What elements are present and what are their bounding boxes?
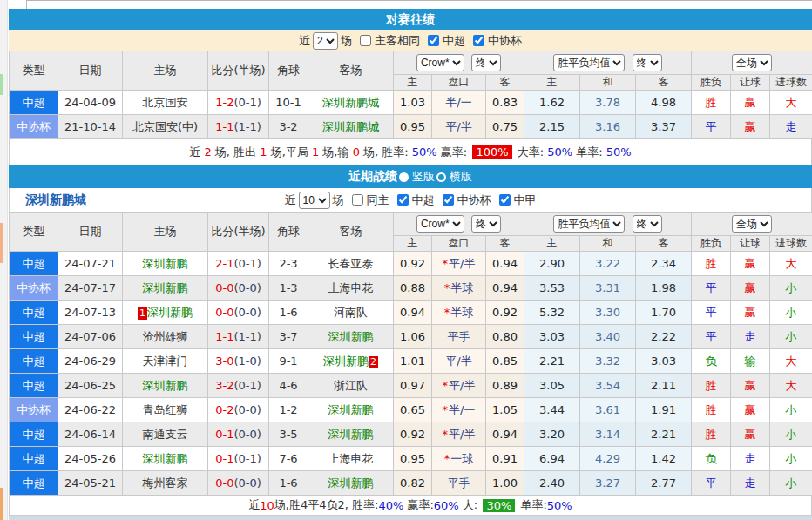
league-super-checkbox[interactable] — [397, 194, 409, 206]
summary-segment: 场,平局 — [267, 145, 312, 160]
team-name-link[interactable]: 深圳新鹏 — [328, 428, 374, 441]
odds-home-cell: 0.95 — [394, 447, 432, 471]
date-cell: 24-07-06 — [58, 325, 123, 349]
match-row: 中协杯24-06-22青岛红狮0-2(0-0)1-2深圳新鹏0.65*半/一1.… — [10, 398, 812, 422]
handicap-result-cell: 赢 — [731, 374, 770, 398]
team-name-link[interactable]: 深圳新鹏 — [328, 476, 374, 490]
score-cell: 2-1(0-1) — [208, 252, 269, 276]
half-time-score: (1-0) — [233, 355, 261, 368]
full-time-score: 0-2 — [215, 403, 233, 416]
result-cell: 平 — [692, 471, 731, 496]
team-name-link[interactable]: 上海申花 — [328, 452, 374, 465]
odds-home-cell: 0.97 — [394, 374, 432, 398]
col-odds-home: 主 — [394, 236, 432, 252]
mean-draw-cell: 3.16 — [580, 115, 636, 139]
mean-away-cell: 4.98 — [636, 91, 692, 115]
handicap-value: 平手 — [448, 476, 470, 490]
games-count-select[interactable]: 10 — [299, 192, 330, 209]
games-count-select[interactable]: 2 — [313, 32, 338, 50]
half-time-score: (0-1) — [233, 452, 261, 465]
odds-final-select[interactable]: 终 — [471, 215, 501, 233]
mean-away-cell: 3.03 — [636, 349, 692, 374]
goals-result-cell: 大 — [770, 252, 812, 276]
match-row: 中超24-05-21梅州客家0-0(0-0)1-6深圳新鹏0.82平手1.002… — [10, 471, 812, 496]
team-name-link[interactable]: 上海申花 — [328, 281, 374, 294]
corner-cell: 9-1 — [269, 349, 308, 374]
score-cell: 1-1(1-1) — [208, 115, 269, 139]
head-to-head-title-bar: 对赛往绩 — [9, 9, 812, 30]
league-super-checkbox[interactable] — [428, 35, 439, 46]
home-team-cell: 南通支云 — [123, 422, 208, 447]
home-team-cell: 1深圳新鹏 — [123, 301, 208, 325]
half-time-score: (0-1) — [233, 257, 261, 270]
mean-final-select[interactable]: 终 — [633, 54, 662, 71]
horizontal-view-radio[interactable] — [436, 172, 446, 182]
mean-draw-cell: 3.78 — [580, 91, 636, 115]
same-home-checkbox[interactable] — [352, 194, 363, 206]
mean-away-cell: 1.91 — [636, 398, 692, 422]
mean-final-select[interactable]: 终 — [633, 215, 662, 233]
summary-segment: 场,胜4平4负2, 胜率: — [274, 497, 379, 513]
away-team-cell: 深圳新鹏 — [308, 422, 394, 447]
handicap-cell: *半/一 — [432, 398, 486, 422]
team-name-link[interactable]: 河南队 — [334, 306, 368, 319]
handicap-cell: *半球 — [432, 276, 486, 301]
scope-select[interactable]: 全场 — [732, 215, 772, 233]
match-row: 中超24-04-09北京国安1-2(0-1)10-1深圳新鹏城1.03半/一0.… — [10, 91, 812, 115]
mean-source-select[interactable]: 胜平负均值 — [553, 54, 625, 71]
league-type-cell: 中协杯 — [10, 398, 58, 422]
half-time-score: (1-1) — [233, 330, 261, 343]
team-name-link[interactable]: 深圳新鹏 — [143, 281, 188, 294]
mean-away-cell: 1.42 — [636, 447, 692, 471]
col-give: 让球 — [731, 236, 770, 252]
league-one-checkbox[interactable] — [499, 194, 511, 206]
col-type: 类型 — [10, 213, 58, 252]
team-name-link[interactable]: 天津津门 — [143, 355, 188, 368]
col-result: 胜负 — [692, 75, 731, 91]
odds-final-select[interactable]: 终 — [471, 54, 501, 71]
team-name-link[interactable]: 深圳新鹏 — [328, 403, 374, 416]
vertical-view-radio[interactable] — [399, 172, 409, 182]
team-name-link[interactable]: 长春亚泰 — [328, 257, 374, 270]
team-name-link[interactable]: 深圳新鹏城 — [322, 120, 379, 133]
league-cup-checkbox[interactable] — [443, 194, 454, 206]
team-name-link[interactable]: 深圳新鹏 — [147, 306, 193, 319]
mean-source-select[interactable]: 胜平负均值 — [553, 215, 625, 233]
match-row: 中超24-07-131深圳新鹏0-0(0-0)1-6河南队0.94*半球0.92… — [10, 301, 812, 325]
league-cup-checkbox[interactable] — [473, 35, 484, 46]
team-name-link[interactable]: 深圳新鹏 — [143, 379, 188, 392]
odds-company-select[interactable]: Crow* — [416, 54, 464, 71]
team-name-link[interactable]: 浙江队 — [334, 379, 368, 392]
mean-home-cell: 3.05 — [524, 374, 580, 398]
full-time-score: 0-1 — [215, 452, 233, 465]
league-type-cell: 中超 — [10, 422, 58, 447]
scope-select[interactable]: 全场 — [732, 54, 772, 71]
odds-company-select[interactable]: Crow* — [416, 215, 464, 233]
team-name-link[interactable]: 深圳新鹏城 — [322, 96, 379, 109]
result-cell: 平 — [692, 276, 731, 301]
team-name-link[interactable]: 沧州雄狮 — [143, 330, 188, 343]
star-mark: * — [444, 281, 450, 294]
team-name-link[interactable]: 北京国安(中) — [132, 120, 198, 133]
handicap-value: 平手 — [448, 330, 470, 343]
team-name-link[interactable]: 深圳新鹏 — [328, 330, 374, 343]
league-type-cell: 中超 — [10, 325, 58, 349]
summary-segment: 1 — [260, 145, 267, 159]
odds-home-cell: 1.03 — [394, 91, 432, 115]
team-name-link[interactable]: 梅州客家 — [143, 476, 188, 490]
team-name-link[interactable]: 北京国安 — [143, 96, 188, 109]
team-name-link[interactable]: 南通支云 — [143, 428, 188, 441]
same-side-checkbox[interactable] — [360, 35, 371, 46]
half-time-score: (0-1) — [233, 379, 261, 392]
team-name-link[interactable]: 深圳新鹏 — [143, 452, 188, 465]
team-name-link[interactable]: 深圳新鹏 — [323, 355, 369, 368]
section-title: 对赛往绩 — [386, 12, 435, 28]
team-name-link[interactable]: 深圳新鹏 — [143, 257, 188, 270]
mean-home-cell: 1.62 — [524, 91, 580, 115]
date-cell: 21-10-14 — [58, 115, 123, 139]
odds-home-cell: 0.92 — [394, 422, 432, 447]
handicap-result-cell: 赢 — [731, 252, 770, 276]
team-name-link[interactable]: 青岛红狮 — [143, 403, 188, 416]
col-handicap: 盘口 — [432, 236, 486, 252]
recent-results-table: 类型 日期 主场 比分(半场) 角球 客场 Crow* 终 胜平负均值 终 — [9, 212, 812, 496]
